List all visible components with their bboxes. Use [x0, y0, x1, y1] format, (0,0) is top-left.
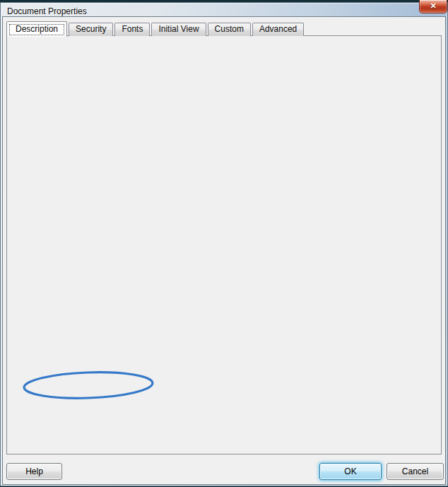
tab-security[interactable]: Security [69, 23, 113, 36]
cancel-button[interactable]: Cancel [387, 463, 444, 480]
tab-custom[interactable]: Custom [208, 23, 251, 36]
dialog-client-area: Description Security Fonts Initial View … [2, 16, 446, 485]
tab-advanced[interactable]: Advanced [252, 23, 304, 36]
tab-fonts[interactable]: Fonts [114, 23, 150, 36]
tab-strip: Description Security Fonts Initial View … [6, 20, 305, 36]
ok-button[interactable]: OK [319, 463, 382, 480]
screenshot-root: Document Properties ✕ Description Securi… [0, 0, 448, 487]
tab-panel [6, 35, 442, 454]
tab-description[interactable]: Description [6, 21, 67, 37]
close-button[interactable]: ✕ [419, 0, 447, 13]
tab-initial-view[interactable]: Initial View [151, 23, 206, 36]
close-icon: ✕ [430, 0, 436, 11]
help-button[interactable]: Help [6, 463, 62, 480]
